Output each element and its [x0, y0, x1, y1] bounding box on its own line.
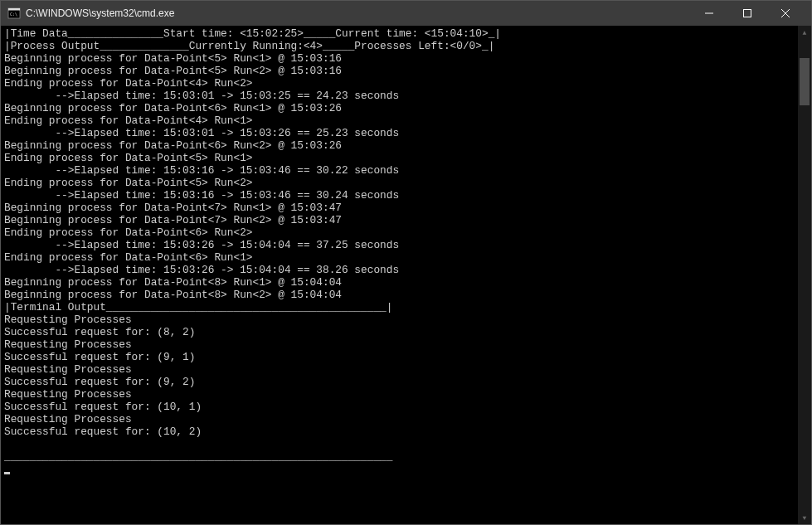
scrollbar-track[interactable]	[798, 39, 811, 511]
minimize-button[interactable]	[690, 1, 728, 26]
svg-text:C:\: C:\	[10, 12, 17, 17]
window-title: C:\WINDOWS\system32\cmd.exe	[26, 7, 690, 19]
window-controls	[690, 1, 805, 26]
terminal-output: |Time Data_______________Start time: <15…	[1, 26, 811, 477]
titlebar[interactable]: C:\ C:\WINDOWS\system32\cmd.exe	[1, 1, 811, 26]
svg-rect-4	[744, 10, 751, 17]
scroll-down-arrow[interactable]: ▼	[798, 511, 811, 524]
svg-rect-1	[8, 8, 20, 11]
cmd-icon: C:\	[7, 7, 21, 20]
scrollbar-thumb[interactable]	[800, 58, 810, 105]
vertical-scrollbar[interactable]: ▲ ▼	[798, 26, 811, 524]
cursor	[4, 472, 10, 474]
terminal-area[interactable]: |Time Data_______________Start time: <15…	[1, 26, 811, 524]
maximize-button[interactable]	[728, 1, 766, 26]
scroll-up-arrow[interactable]: ▲	[798, 26, 811, 39]
close-button[interactable]	[766, 1, 805, 26]
